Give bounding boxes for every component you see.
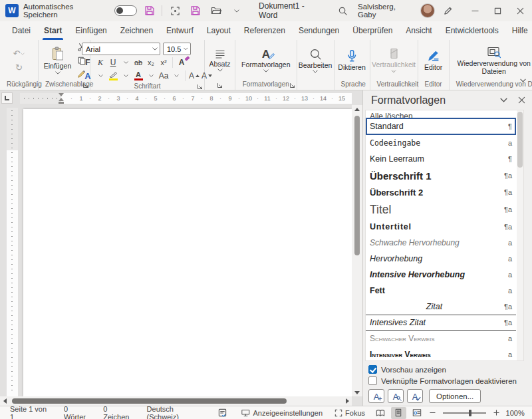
redo-button[interactable]: ↻ — [13, 62, 25, 74]
strikethrough-button[interactable]: ab — [132, 57, 144, 69]
pane-move-chevron-icon[interactable] — [500, 98, 507, 102]
zoom-slider-thumb[interactable] — [469, 410, 471, 416]
options-button[interactable]: Optionen... — [429, 389, 481, 403]
save-icon[interactable] — [142, 3, 158, 19]
zoom-slider[interactable] — [443, 412, 486, 414]
style-item[interactable]: Codeeingabe a — [366, 135, 516, 151]
paragraph-button[interactable]: Absatz — [205, 49, 233, 72]
collapse-ribbon-icon[interactable] — [517, 75, 529, 86]
print-layout-button[interactable] — [391, 407, 407, 419]
style-item[interactable]: Titel ¶a — [366, 200, 516, 219]
style-item[interactable]: Hervorhebung a — [366, 251, 516, 267]
dictate-button[interactable]: Diktieren — [334, 49, 368, 72]
style-item[interactable]: Überschrift 2 ¶a — [366, 184, 516, 200]
style-item[interactable]: Schwacher Verweis a — [366, 331, 516, 347]
style-item[interactable]: Fett a — [366, 283, 516, 299]
scroll-left-icon[interactable] — [0, 397, 9, 405]
search-icon[interactable] — [334, 3, 350, 19]
scroll-up-icon[interactable] — [352, 105, 362, 113]
ribbon-tab[interactable]: Entwicklertools — [439, 21, 505, 40]
paste-button[interactable]: Einfügen — [41, 46, 74, 74]
undo-button[interactable]: ↶ — [13, 48, 25, 60]
ribbon-tab[interactable]: Layout — [200, 21, 237, 40]
zoom-level-button[interactable]: 100% — [505, 406, 527, 419]
style-item[interactable]: Kein Leerraum ¶ — [366, 151, 516, 167]
web-layout-button[interactable] — [409, 407, 425, 419]
editor-button[interactable]: Editor — [421, 49, 446, 72]
minimize-button[interactable] — [464, 0, 487, 21]
scroll-right-icon[interactable] — [342, 397, 352, 405]
highlight-chevron-icon[interactable] — [120, 70, 132, 82]
change-case-chevron-icon[interactable] — [170, 70, 182, 82]
ribbon-tab[interactable]: Referenzen — [237, 21, 292, 40]
ribbon-tab[interactable]: Datei — [5, 21, 37, 40]
first-line-indent-marker[interactable] — [59, 93, 64, 96]
ribbon-tab[interactable]: Einfügen — [68, 21, 113, 40]
text-effects-chevron-icon[interactable] — [94, 70, 106, 82]
font-name-combo[interactable]: Arial — [82, 43, 160, 55]
open-folder-icon[interactable] — [208, 3, 224, 19]
horizontal-scrollbar[interactable] — [0, 396, 352, 406]
hanging-indent-marker[interactable] — [59, 98, 64, 101]
ribbon-tab[interactable]: Ansicht — [399, 21, 438, 40]
paragraph-dialog-launcher-icon[interactable] — [217, 82, 223, 88]
ribbon-tab[interactable]: Start — [37, 21, 68, 40]
document-page[interactable] — [23, 109, 352, 396]
proofing-status-icon[interactable] — [213, 406, 231, 419]
zoom-out-button[interactable] — [428, 407, 438, 419]
font-color-button[interactable]: A — [132, 70, 144, 82]
style-inspector-button[interactable]: A — [388, 389, 404, 403]
new-style-button[interactable]: A — [368, 389, 384, 403]
style-item[interactable]: Untertitel ¶a — [366, 219, 516, 235]
subscript-button[interactable]: x₂ — [145, 57, 157, 69]
highlight-color-button[interactable] — [107, 70, 119, 82]
underline-button[interactable]: U — [107, 57, 119, 69]
superscript-button[interactable]: x² — [158, 57, 170, 69]
text-effects-button[interactable]: A — [82, 70, 94, 82]
grow-font-button[interactable]: A — [188, 70, 200, 82]
focus-mode-button[interactable]: Fokus — [330, 406, 370, 419]
preview-checkbox[interactable] — [368, 365, 377, 374]
word-count-status[interactable]: 0 Wörter — [59, 406, 96, 419]
zoom-in-button[interactable] — [491, 407, 502, 419]
qat-chevron-icon[interactable] — [229, 3, 245, 19]
style-item[interactable]: Standard ¶ — [366, 118, 516, 135]
page-number-status[interactable]: Seite 1 von 1 — [5, 406, 57, 419]
font-size-combo[interactable]: 10.5 — [163, 43, 191, 55]
display-settings-button[interactable]: Anzeigeeinstellungen — [237, 406, 327, 419]
maximize-button[interactable] — [487, 0, 509, 21]
change-case-button[interactable]: Aa — [158, 70, 170, 82]
bold-button[interactable]: F — [82, 57, 94, 69]
vertical-scroll-thumb[interactable] — [354, 116, 360, 255]
vertical-ruler[interactable] — [7, 108, 18, 396]
styles-list-scroll-thumb[interactable] — [517, 112, 523, 168]
close-button[interactable] — [509, 0, 532, 21]
disable-linked-checkbox[interactable] — [368, 376, 377, 385]
styles-dialog-launcher-icon[interactable] — [289, 82, 295, 88]
horizontal-scroll-thumb[interactable] — [12, 398, 287, 404]
language-status[interactable]: Deutsch (Schweiz) — [142, 406, 211, 419]
save-icon[interactable] — [188, 3, 203, 19]
touch-mode-icon[interactable] — [167, 3, 183, 19]
word-logo-icon[interactable]: W — [5, 4, 19, 17]
autosave-toggle[interactable] — [114, 5, 137, 16]
scroll-down-icon[interactable] — [352, 388, 362, 396]
ribbon-tab[interactable]: Entwurf — [160, 21, 200, 40]
styles-button[interactable]: A Formatvorlagen — [238, 48, 294, 73]
font-color-chevron-icon[interactable] — [145, 70, 157, 82]
ribbon-tab[interactable]: Sendungen — [292, 21, 346, 40]
ribbon-tab[interactable]: Hilfe — [505, 21, 532, 40]
avatar[interactable] — [420, 3, 435, 18]
clear-formatting-button[interactable]: A — [176, 57, 188, 69]
reuse-files-button[interactable]: Wiederverwendung von Dateien — [452, 45, 532, 76]
style-item[interactable]: Intensives Zitat ¶a — [366, 315, 516, 331]
preview-checkbox-row[interactable]: Vorschau anzeigen — [363, 364, 532, 375]
ribbon-tab[interactable]: Überprüfen — [346, 21, 399, 40]
disable-linked-checkbox-row[interactable]: Verknüpfte Formatvorlagen deaktivieren — [363, 375, 532, 386]
vertical-scrollbar[interactable] — [352, 105, 362, 396]
manage-styles-button[interactable]: A — [407, 389, 423, 403]
style-item[interactable]: Intensiver Verweis a — [366, 347, 516, 361]
clipboard-dialog-launcher-icon[interactable] — [82, 82, 88, 88]
char-count-status[interactable]: 0 Zeichen — [98, 406, 139, 419]
underline-options-chevron-icon[interactable] — [120, 57, 132, 69]
